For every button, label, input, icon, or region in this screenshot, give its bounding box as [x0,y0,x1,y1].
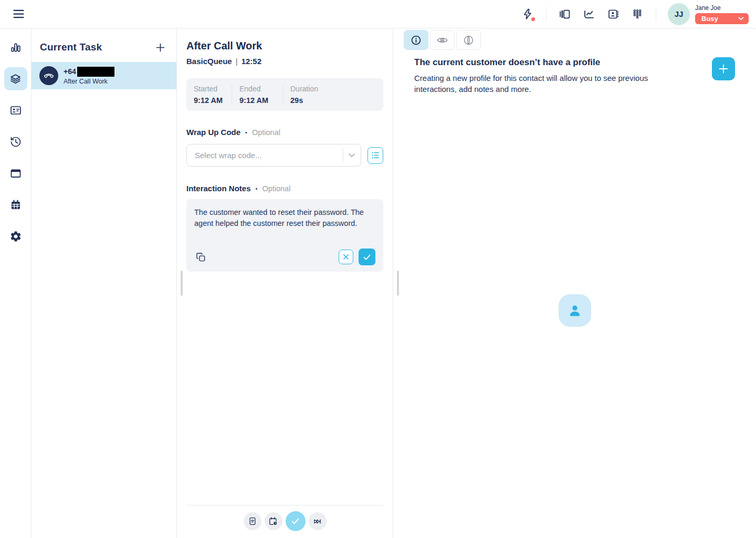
chevron-down-icon [738,17,744,20]
copy-notes-button[interactable] [194,251,207,263]
chevron-down-icon [348,153,355,158]
task-item[interactable]: +64 After Call Work [32,62,176,89]
redaction-box [77,67,114,77]
notes-text: The customer wanted to reset their passw… [194,207,375,230]
sidebar-item-metrics[interactable] [4,36,27,59]
current-task-panel: Current Task +64 After Call Work [32,28,177,538]
sidebar-item-tasks[interactable] [4,67,27,90]
contact-book-icon [607,8,620,20]
task-phone-number: +64 [64,67,114,77]
contact-card-icon [9,104,22,117]
bar-chart-icon [9,41,22,54]
user-name: Jane Joe [695,4,749,12]
tab-profile-info[interactable] [404,30,428,50]
line-chart-icon [583,8,595,20]
reject-notes-button[interactable] [339,250,353,264]
avatar-initials: JJ [675,9,684,18]
person-icon [566,302,584,319]
profile-placeholder-avatar [559,294,591,327]
dialpad-button[interactable] [627,4,647,24]
stat-value: 9:12 AM [239,96,282,105]
call-stats: Started 9:12 AM Ended 9:12 AM Duration 2… [186,78,383,111]
skip-button[interactable] [309,512,327,530]
acw-footer [177,505,393,538]
scrollbar-thumb[interactable] [181,271,183,296]
history-icon [9,136,22,148]
panels-icon [559,8,571,20]
status-label: Busy [701,15,718,23]
stat-label: Ended [239,85,282,93]
no-profile-body: Creating a new profile for this contact … [414,73,665,95]
close-icon [343,254,349,260]
window-icon [9,167,22,180]
create-profile-button[interactable] [712,57,735,80]
calendar-clock-icon [268,516,278,526]
current-task-title: Current Task [40,42,102,53]
tab-split-view[interactable] [456,30,481,50]
user-avatar[interactable]: JJ [668,3,690,25]
complete-task-button[interactable] [286,511,306,531]
acw-subtitle: BasicQueue | 12:52 [186,57,383,66]
sidebar-item-contacts[interactable] [4,99,27,122]
document-icon [248,516,257,526]
notes-document-button[interactable] [244,512,261,530]
acw-timer: 12:52 [242,57,261,66]
profile-tabs [393,28,756,50]
schedule-followup-button[interactable] [265,512,282,530]
app-root: JJ Jane Joe Busy [0,0,756,538]
task-type-label: After Call Work [64,78,114,85]
bullet-separator: • [256,185,258,192]
accept-notes-button[interactable] [359,249,375,265]
check-icon [290,517,300,525]
sidebar-item-history[interactable] [4,130,27,153]
customer-profile-panel: The current customer doesn’t have a prof… [393,28,756,538]
after-call-work-panel: After Call Work BasicQueue | 12:52 Start… [177,28,393,538]
wrap-code-list-button[interactable] [368,147,383,164]
wrap-up-code-label: Wrap Up Code • Optional [186,128,383,137]
interaction-notes-label: Interaction Notes • Optional [186,184,383,193]
copy-icon [196,252,206,262]
metrics-button[interactable] [579,4,599,24]
pipe-separator: | [236,57,238,66]
topbar-actions: JJ Jane Joe Busy [518,3,749,25]
status-dropdown[interactable]: Busy [695,13,749,24]
sidebar-item-settings[interactable] [4,225,27,248]
stat-label: Started [194,85,232,93]
notification-dot [531,17,535,21]
check-icon [363,254,371,261]
acw-title: After Call Work [186,40,383,52]
phone-handset-icon [39,66,58,85]
stat-value: 29s [290,96,318,105]
interaction-notes-input[interactable]: The customer wanted to reset their passw… [186,199,383,272]
topbar: JJ Jane Joe Busy [0,0,756,28]
gear-icon [9,230,22,243]
user-block: JJ Jane Joe Busy [668,3,749,25]
tab-preview[interactable] [430,30,455,50]
divider [656,7,656,22]
hamburger-icon [12,7,26,21]
no-profile-heading: The current customer doesn’t have a prof… [414,57,665,68]
stat-value: 9:12 AM [194,96,232,105]
split-circle-icon [463,34,475,46]
dialpad-icon [631,8,644,20]
hamburger-menu-button[interactable] [8,4,28,24]
wrap-code-select[interactable]: Select wrap code... [186,144,361,167]
layers-icon [9,73,22,86]
sidebar-item-browser[interactable] [4,162,27,185]
wrap-code-placeholder: Select wrap code... [195,151,343,160]
scrollbar-thumb[interactable] [397,271,399,296]
divider [546,7,547,22]
skip-forward-icon [312,516,322,526]
plus-icon [718,63,729,75]
bullet-separator: • [245,129,247,136]
sidebar-item-calendar[interactable] [4,193,27,216]
eye-icon [436,34,448,46]
info-icon [410,34,422,46]
side-panels-button[interactable] [555,4,575,24]
contacts-button[interactable] [603,4,623,24]
queue-name: BasicQueue [186,57,232,66]
divider [343,148,343,162]
stat-label: Duration [290,85,318,93]
quick-connects-button[interactable] [518,4,538,24]
add-task-button[interactable] [153,40,167,55]
